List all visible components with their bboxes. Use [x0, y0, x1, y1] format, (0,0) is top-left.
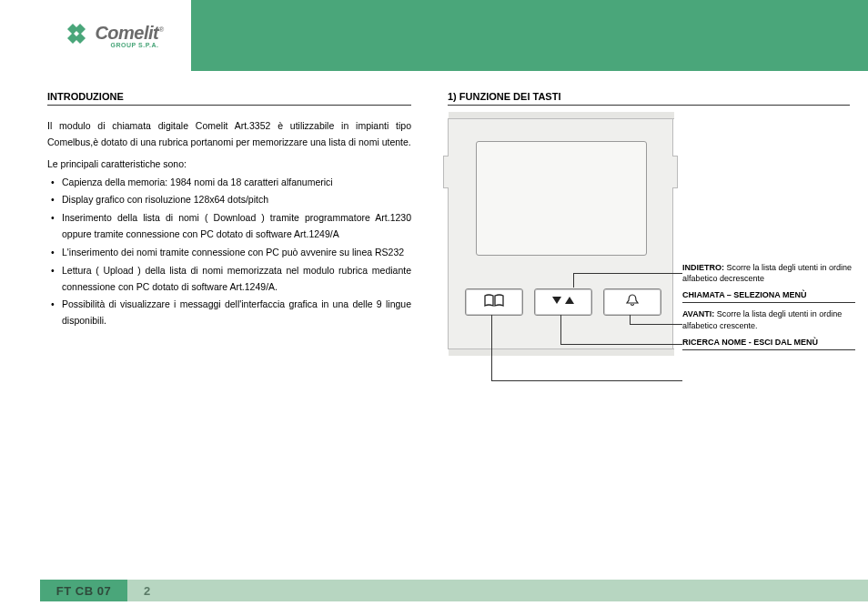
- callout-chiamata: CHIAMATA – SELEZIONA MENÙ: [682, 289, 855, 303]
- callout-indietro: INDIETRO: Scorre la lista degli utenti i…: [682, 262, 855, 284]
- leader-line: [630, 315, 631, 324]
- leader-line: [491, 315, 492, 380]
- footer-page-number: 2: [144, 584, 150, 598]
- list-item: Capienza della memoria: 1984 nomi da 18 …: [47, 175, 411, 191]
- panel-notch: [672, 156, 678, 188]
- callout-label: AVANTI:: [682, 309, 714, 318]
- leader-line: [573, 273, 682, 274]
- logo-mark-icon: [67, 24, 91, 44]
- page-root: Comelit® GROUP S.P.A. INTRODUZIONE Il mo…: [0, 0, 868, 616]
- svg-marker-5: [565, 297, 574, 304]
- panel-notch: [443, 156, 449, 188]
- leader-line: [573, 273, 574, 288]
- list-item: Inserimento della lista di nomi ( Downlo…: [47, 210, 411, 243]
- panel-trim: [449, 348, 674, 356]
- intro-subheading: Le principali caratteristiche sono:: [47, 157, 411, 173]
- button-arrows: [534, 288, 592, 316]
- svg-marker-3: [75, 33, 86, 44]
- footer-bar: FT CB 07 2: [40, 580, 868, 601]
- panel-trim: [449, 112, 674, 119]
- device-display: [476, 141, 647, 256]
- brand-name: Comelit®: [95, 23, 163, 44]
- intro-paragraph: Il modulo di chiamata digitale Comelit A…: [47, 118, 411, 151]
- brand-logo: Comelit® GROUP S.P.A.: [40, 0, 191, 71]
- callout-avanti: AVANTI: Scorre la lista degli utenti in …: [682, 308, 855, 330]
- leader-line: [630, 324, 682, 325]
- list-item: Possibilità di visualizzare i messaggi d…: [47, 297, 411, 329]
- list-item: L'inserimento dei nomi tramite connessio…: [47, 245, 411, 261]
- list-item: Display grafico con risoluzione 128x64 d…: [47, 192, 411, 208]
- leader-line: [560, 344, 682, 345]
- book-icon: [484, 294, 504, 310]
- leader-line: [560, 315, 561, 344]
- list-item: Lettura ( Upload ) della lista di nomi m…: [47, 263, 411, 296]
- keypad-diagram: INDIETRO: Scorre la lista degli utenti i…: [448, 118, 848, 391]
- callout-ricerca: RICERCA NOME - ESCI DAL MENÙ: [682, 337, 855, 350]
- button-bell: [603, 288, 661, 316]
- feature-list: Capienza della memoria: 1984 nomi da 18 …: [47, 175, 411, 330]
- column-intro: INTRODUZIONE Il modulo di chiamata digit…: [47, 91, 411, 391]
- bell-icon: [625, 294, 640, 310]
- button-book: [465, 288, 523, 316]
- svg-marker-4: [552, 297, 561, 304]
- heading-functions: 1) FUNZIONE DEI TASTI: [448, 91, 850, 106]
- content-area: INTRODUZIONE Il modulo di chiamata digit…: [47, 91, 850, 391]
- heading-intro: INTRODUZIONE: [47, 91, 411, 106]
- column-functions: 1) FUNZIONE DEI TASTI: [448, 91, 850, 391]
- callout-label: INDIETRO:: [682, 263, 724, 272]
- footer-code: FT CB 07: [40, 580, 127, 601]
- button-row: [465, 288, 661, 316]
- down-up-arrows-icon: [550, 294, 577, 310]
- callout-list: INDIETRO: Scorre la lista degli utenti i…: [682, 118, 855, 356]
- leader-line: [491, 380, 682, 381]
